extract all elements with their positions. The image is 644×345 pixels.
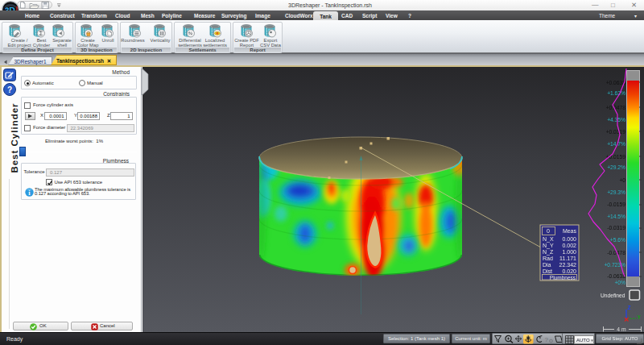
svg-text:Y: Y: [638, 314, 642, 320]
svg-text:0.020: 0.020: [562, 268, 576, 274]
svg-text:+1.62%: +1.62%: [607, 90, 625, 96]
svg-text:+0.0638: +0.0638: [606, 80, 626, 85]
svg-text:?: ?: [545, 336, 549, 343]
svg-text:+0.0478: +0.0478: [606, 105, 626, 110]
svg-text:0.000: 0.000: [562, 236, 576, 242]
svg-text:-0.0159: -0.0159: [607, 202, 625, 207]
svg-text:Dia: Dia: [543, 262, 551, 268]
svg-text:Meas: Meas: [563, 228, 577, 234]
svg-text:4 m: 4 m: [617, 326, 626, 332]
svg-text:+4.35%: +4.35%: [607, 117, 625, 123]
svg-text:11.171: 11.171: [559, 256, 576, 261]
svg-text:0.002: 0.002: [562, 243, 576, 248]
svg-text:Dist: Dist: [543, 268, 552, 274]
svg-text:-0.0319: -0.0319: [607, 225, 625, 231]
svg-text:1.000: 1.000: [562, 249, 576, 255]
svg-text:0: 0: [547, 228, 550, 234]
svg-text:+0: +0: [619, 177, 625, 183]
svg-text:Rad: Rad: [543, 256, 553, 261]
svg-text:N_Y: N_Y: [543, 243, 554, 249]
svg-text:+0.0319: +0.0319: [606, 129, 626, 135]
svg-text:Undefined: Undefined: [601, 293, 625, 298]
svg-text:+0%: +0%: [614, 280, 625, 285]
svg-text:22.342: 22.342: [559, 262, 577, 268]
svg-text:N_X: N_X: [543, 236, 554, 243]
svg-text:+14.7%: +14.7%: [607, 141, 625, 147]
svg-text:?: ?: [7, 85, 12, 94]
svg-text:Z: Z: [628, 305, 631, 310]
svg-text:N_Z: N_Z: [543, 249, 554, 256]
svg-text:+0.723%: +0.723%: [604, 262, 625, 268]
svg-text:+0.0159: +0.0159: [606, 154, 626, 160]
svg-text:-0.0638: -0.0638: [607, 273, 625, 279]
svg-text:+29.2%: +29.2%: [607, 164, 625, 170]
svg-text:+5.6%: +5.6%: [610, 237, 625, 243]
svg-text:+29.3%: +29.3%: [607, 189, 625, 195]
svg-text:+14.5%: +14.5%: [607, 214, 625, 219]
svg-text:Plumbness: Plumbness: [550, 275, 576, 281]
